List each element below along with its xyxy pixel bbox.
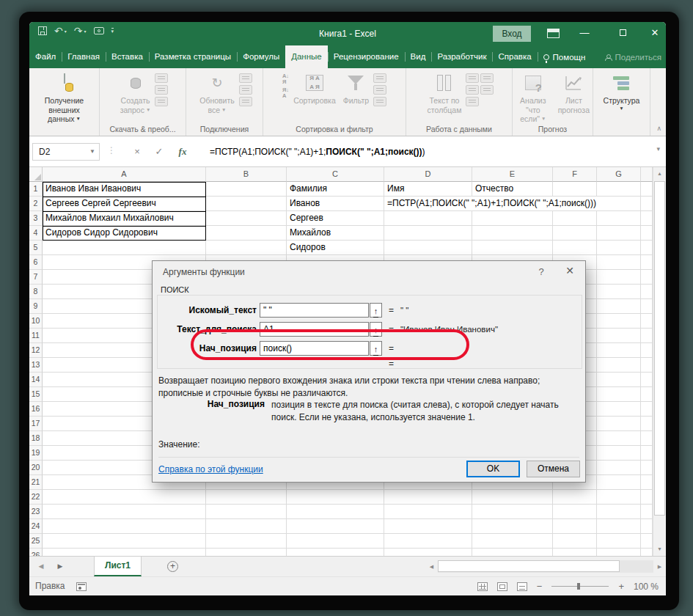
row-header-19[interactable]: 19: [29, 446, 43, 461]
name-box[interactable]: D2▼: [32, 143, 100, 161]
row-header-11[interactable]: 11: [29, 329, 43, 343]
share-button[interactable]: Поделиться: [605, 45, 661, 68]
collapse-dialog-icon[interactable]: ↑: [370, 322, 382, 337]
signin-button[interactable]: Вход: [493, 26, 531, 42]
connections-icon[interactable]: [239, 73, 252, 83]
relationships-icon[interactable]: [480, 85, 494, 95]
ribbon-button-Фильтр[interactable]: Фильтр: [340, 70, 372, 106]
ribbon-button-Структура[interactable]: Структура▼: [601, 70, 643, 111]
tab-Главная[interactable]: Главная: [62, 45, 106, 68]
reapply-filter-icon[interactable]: [373, 85, 386, 95]
ok-button[interactable]: OK: [466, 461, 520, 477]
ribbon-button-Обновить все[interactable]: ↻Обновитьвсе▼: [197, 70, 238, 114]
edit-links-icon[interactable]: [239, 97, 252, 106]
row-header-6[interactable]: 6: [29, 255, 43, 270]
cell-E1[interactable]: Отчество: [472, 182, 553, 196]
row-header-3[interactable]: 3: [29, 211, 43, 226]
cell-A1[interactable]: Иванов Иван Иванович: [43, 182, 206, 196]
collapse-dialog-icon[interactable]: ↑: [370, 341, 382, 356]
zoom-level[interactable]: 100 %: [634, 582, 659, 592]
tab-Разработчик[interactable]: Разработчик: [431, 45, 492, 68]
show-queries-icon[interactable]: [155, 73, 168, 83]
row-header-18[interactable]: 18: [29, 431, 43, 446]
cell-A4[interactable]: Сидоров Сидор Сидорович: [43, 226, 206, 240]
row-header-25[interactable]: 25: [29, 534, 43, 549]
row-header-16[interactable]: 16: [29, 402, 43, 417]
expand-formula-bar-icon[interactable]: ▾: [656, 145, 660, 153]
tab-Формулы[interactable]: Формулы: [237, 45, 285, 68]
column-header-partial[interactable]: [641, 167, 653, 182]
row-header-2[interactable]: 2: [29, 197, 43, 211]
column-header-C[interactable]: C: [287, 167, 384, 182]
field-input-Текст_для_поиска[interactable]: A1: [260, 322, 369, 337]
function-help-link[interactable]: Справка по этой функции: [158, 464, 263, 474]
vertical-scrollbar[interactable]: ▲▼: [653, 167, 666, 556]
insert-function-icon[interactable]: fx: [173, 143, 192, 161]
ribbon-button-Лист прогноза[interactable]: Листпрогноза: [555, 70, 593, 114]
row-header-13[interactable]: 13: [29, 358, 43, 373]
column-header-B[interactable]: B: [206, 167, 287, 182]
column-header-F[interactable]: F: [553, 167, 597, 182]
zoom-slider[interactable]: [551, 582, 609, 590]
cell-C1[interactable]: Фамилия: [287, 182, 384, 196]
tell-me-tab[interactable]: Помощн: [538, 45, 592, 68]
row-header-5[interactable]: 5: [29, 241, 43, 255]
close-button[interactable]: ✕: [642, 22, 666, 45]
properties-icon[interactable]: [239, 85, 252, 95]
row-header-1[interactable]: 1: [29, 182, 43, 197]
tab-Файл[interactable]: Файл: [29, 45, 62, 68]
flash-fill-icon[interactable]: [466, 73, 479, 83]
cell-D1[interactable]: Имя: [384, 182, 472, 196]
scroll-left-icon[interactable]: ◀: [425, 560, 438, 573]
cell-A3[interactable]: Михайлов Михаил Михайлович: [43, 211, 206, 225]
maximize-button[interactable]: [610, 22, 635, 45]
remove-duplicates-icon[interactable]: [466, 85, 479, 95]
field-input-Нач_позиция[interactable]: поиск(): [260, 341, 369, 356]
cell-C3[interactable]: Сергеев: [287, 211, 384, 225]
ribbon-display-options-icon[interactable]: [547, 29, 560, 38]
row-header-22[interactable]: 22: [29, 490, 43, 505]
zoom-out-icon[interactable]: −: [537, 581, 543, 592]
cell-C4[interactable]: Михайлов: [287, 226, 384, 240]
column-header-E[interactable]: E: [472, 167, 553, 182]
select-all-corner[interactable]: [29, 167, 43, 182]
from-table-icon[interactable]: [155, 85, 168, 95]
row-header-8[interactable]: 8: [29, 285, 43, 299]
column-header-D[interactable]: D: [384, 167, 472, 182]
recent-sources-icon[interactable]: [155, 97, 168, 106]
scroll-down-icon[interactable]: ▼: [653, 543, 666, 556]
cancel-entry-icon[interactable]: ×: [128, 143, 147, 161]
tab-Справка[interactable]: Справка: [492, 45, 537, 68]
row-header-10[interactable]: 10: [29, 314, 43, 329]
row-header-23[interactable]: 23: [29, 505, 43, 519]
cell-C2[interactable]: Иванов: [287, 197, 384, 210]
horizontal-scrollbar[interactable]: ◀ ▶: [425, 560, 666, 573]
sort-za-icon[interactable]: Я↓ А: [282, 87, 289, 99]
page-layout-view-icon[interactable]: [497, 582, 507, 591]
tab-Рецензирование[interactable]: Рецензирование: [328, 45, 405, 68]
row-header-21[interactable]: 21: [29, 475, 43, 490]
cancel-button[interactable]: Отмена: [527, 461, 580, 477]
minimize-button[interactable]: —: [572, 22, 597, 45]
row-header-24[interactable]: 24: [29, 519, 43, 534]
sort-az-icon[interactable]: А↓ Я: [282, 73, 289, 85]
row-header-7[interactable]: 7: [29, 270, 43, 285]
scroll-up-icon[interactable]: ▲: [653, 167, 666, 180]
row-header-12[interactable]: 12: [29, 343, 43, 358]
tab-Данные[interactable]: Данные: [285, 45, 328, 68]
page-break-view-icon[interactable]: [517, 582, 527, 591]
vscroll-thumb[interactable]: [654, 181, 665, 516]
row-header-17[interactable]: 17: [29, 417, 43, 431]
tab-Разметка страницы[interactable]: Разметка страницы: [149, 45, 237, 68]
clear-filter-icon[interactable]: [373, 73, 386, 83]
row-header-26[interactable]: 26: [29, 549, 43, 556]
tab-Вставка[interactable]: Вставка: [106, 45, 149, 68]
confirm-entry-icon[interactable]: ✓: [150, 143, 169, 161]
cell-A2[interactable]: Сергеев Сергей Сергеевич: [43, 197, 206, 210]
ribbon-button-Создать запрос[interactable]: Создатьзапрос▼: [117, 70, 154, 114]
hscroll-thumb[interactable]: [438, 560, 620, 572]
zoom-in-icon[interactable]: +: [618, 581, 624, 592]
dialog-help-icon[interactable]: ?: [534, 266, 549, 277]
cell-C5[interactable]: Сидоров: [287, 241, 384, 254]
field-input-Искомый_текст[interactable]: " ": [260, 303, 369, 318]
